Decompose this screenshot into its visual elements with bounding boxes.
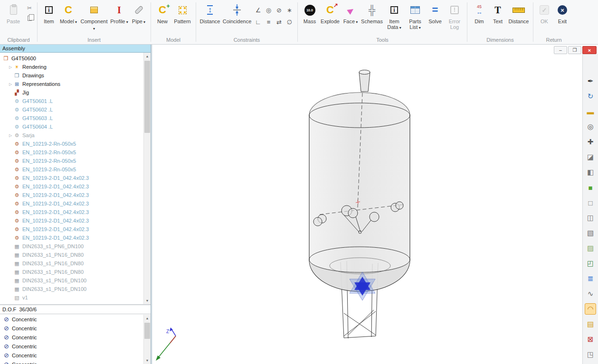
hidden-line-icon[interactable]: □ <box>585 197 596 208</box>
delete-icon[interactable]: ⊠ <box>585 334 596 345</box>
paste-button[interactable]: Paste <box>2 1 24 24</box>
tree-item[interactable]: ❐ Drawings <box>0 71 143 80</box>
tree-item[interactable]: ▦ DIN2633_s1_PN16_DN80 <box>0 251 143 259</box>
tree-item[interactable]: ⚙ G4T50604 .L <box>0 122 143 131</box>
tree-item[interactable]: ▦ DIN2633_s1_PN16_DN100 <box>0 276 143 285</box>
iso-view-icon[interactable]: ▧ <box>585 227 596 239</box>
layers-icon[interactable]: ≣ <box>585 273 596 284</box>
zoom-extents-icon[interactable]: ◰ <box>585 258 596 269</box>
scroll-down-icon[interactable]: ▼ <box>144 357 151 364</box>
constraint-row[interactable]: ⊘ Concentric <box>0 333 143 342</box>
exit-button[interactable]: × Exit <box>553 1 572 24</box>
tree-item[interactable]: ⚙ EN_10219-2-Rn-050x5 <box>0 165 143 174</box>
tree-item[interactable]: ⚙ EN_10219-2-Rn-050x5 <box>0 148 143 157</box>
move-icon[interactable]: ✚ <box>585 136 596 148</box>
tree-item[interactable]: ▷ ☀ Rendering <box>0 63 143 71</box>
tree-item[interactable]: ⚙ EN_10219-2-D1_042.4x02.3 <box>0 199 143 208</box>
symmetry-constraint-icon[interactable]: ⇄ <box>275 17 284 27</box>
scroll-up-icon[interactable]: ▲ <box>144 53 151 60</box>
export-icon[interactable]: ◳ <box>585 349 596 360</box>
scroll-up-icon[interactable]: ▲ <box>144 315 151 322</box>
tree-item[interactable]: ❒ G4T50600 <box>0 54 143 63</box>
item-data-button[interactable]: i Item Data <box>384 1 405 31</box>
tree-item[interactable]: ⚙ EN_10219-2-Rn-050x5 <box>0 157 143 165</box>
3d-scene[interactable]: Z <box>152 45 598 364</box>
constraint-row[interactable]: ⊘ Concentric <box>0 351 143 360</box>
coincidence-button[interactable]: Coincidence <box>221 1 253 24</box>
tree-item[interactable]: ▧ v1 <box>0 293 143 302</box>
tree-item[interactable]: ⚙ G4T50603 .L <box>0 114 143 122</box>
tree-item[interactable]: ⚙ EN_10219-2-D1_042.4x02.3 <box>0 191 143 199</box>
explode-button[interactable]: C Explode <box>319 1 341 24</box>
fix-constraint-icon[interactable]: ∗ <box>285 5 294 15</box>
item-button[interactable]: i Item <box>40 1 58 24</box>
ok-button[interactable]: ✓ OK <box>536 1 553 24</box>
concentric-constraint-icon[interactable]: ◎ <box>264 5 273 15</box>
fillet-icon[interactable]: ◠ <box>585 303 596 315</box>
cut-button[interactable]: ✂ <box>25 4 34 12</box>
tree-item[interactable]: ⚙ EN_10219-2-D1_042.4x02.3 <box>0 208 143 216</box>
tree-item[interactable]: ▷ ⊞ Representations <box>0 80 143 88</box>
spline-icon[interactable]: ∿ <box>585 288 596 299</box>
tree-item[interactable]: ▦ DIN2633_s1_PN16_DN80 <box>0 268 143 276</box>
tree-item[interactable]: ▷ ⚙ Sarja <box>0 131 143 140</box>
new-button[interactable]: C New <box>153 1 171 24</box>
constraint-row[interactable]: ⊘ Concentric <box>0 342 143 351</box>
expand-arrow-icon[interactable]: ▷ <box>8 82 13 86</box>
tree-item[interactable]: ⚙ EN_10219-2-D1_042.4x02.3 <box>0 216 143 225</box>
scroll-thumb[interactable] <box>144 61 150 133</box>
wireframe-icon[interactable]: ◫ <box>585 212 596 224</box>
tree-scrollbar[interactable]: ▲ ▼ <box>143 53 151 304</box>
tree-item[interactable]: ⚙ EN_10219-2-D1_042.4x02.3 <box>0 174 143 182</box>
copy-button[interactable] <box>25 14 34 22</box>
dof-scrollbar[interactable]: ▲ ▼ <box>143 315 151 364</box>
angle-constraint-icon[interactable]: ∠ <box>254 5 263 15</box>
model-button[interactable]: C Model <box>58 1 79 25</box>
dim-button[interactable]: 45 ↔ Dim <box>470 1 489 24</box>
tree-item[interactable]: ▦ DIN2633_s1_PN6_DN100 <box>0 242 143 251</box>
tangent-constraint-icon[interactable]: ⊘ <box>275 5 284 15</box>
component-button[interactable]: Component <box>79 1 109 32</box>
solve-button[interactable]: = Solve <box>426 1 445 24</box>
constraint-row[interactable]: ⊘ Concentric <box>0 315 143 324</box>
tree-item[interactable]: ⚙ EN_10219-2-Rn-050x5 <box>0 140 143 148</box>
perpendicular-constraint-icon[interactable]: ∟ <box>254 17 263 27</box>
translucent-icon[interactable]: ▨ <box>585 243 596 254</box>
tree-item[interactable]: ▦ DIN2633_s1_PN16_DN80 <box>0 259 143 268</box>
scroll-thumb[interactable] <box>144 323 150 339</box>
parallel-constraint-icon[interactable]: ≡ <box>264 17 273 27</box>
face-button[interactable]: ▶ Face <box>341 1 360 25</box>
constraint-row[interactable]: ⊘ Concentric <box>0 324 143 333</box>
text-button[interactable]: T Text <box>489 1 507 24</box>
error-log-button[interactable]: ! Error Log <box>445 1 465 30</box>
tree-item[interactable]: ▞ Jig <box>0 88 143 97</box>
orbit-icon[interactable]: ↻ <box>585 91 596 102</box>
pattern-button[interactable]: Pattern <box>171 1 193 24</box>
coaxial-constraint-icon[interactable]: ∅ <box>285 17 294 27</box>
constraint-row[interactable]: ⊘ Concentric <box>0 360 143 364</box>
restore-button[interactable]: ❐ <box>568 46 581 54</box>
tree-item[interactable]: ⚙ EN_10219-2-D1_042.4x02.3 <box>0 233 143 242</box>
shaded-view-icon[interactable]: ■ <box>585 182 596 193</box>
tree-item[interactable]: ▦ DIN2633_s1_PN16_DN100 <box>0 285 143 293</box>
tree-item[interactable]: ⚙ G4T50601 .L <box>0 97 143 105</box>
tree-item[interactable]: ⚙ G4T50602 .L <box>0 105 143 114</box>
expand-arrow-icon[interactable]: ▷ <box>8 65 13 69</box>
3d-viewport[interactable]: Z – ❐ × ✒↻▬◎✚◪◧■□◫▧▨◰≣∿◠▤⊠◳ <box>152 45 598 364</box>
pipe-button[interactable]: Pipe <box>129 1 148 25</box>
center-icon[interactable]: ◎ <box>585 121 596 132</box>
section-icon[interactable]: ◧ <box>585 167 596 178</box>
measure-icon[interactable]: ▬ <box>585 106 596 117</box>
erase-icon[interactable]: ◪ <box>585 151 596 163</box>
profile-button[interactable]: I Profile <box>109 1 129 25</box>
schemas-button[interactable]: ╬ Schemas <box>360 1 384 24</box>
tree-item[interactable]: ⚙ EN_10219-2-D1_042.4x02.3 <box>0 182 143 191</box>
distance-constraint-button[interactable]: ↕ Distance <box>199 1 221 24</box>
tree-item[interactable]: ⚙ EN_10219-2-D1_042.4x02.3 <box>0 225 143 233</box>
minimize-button[interactable]: – <box>554 46 567 54</box>
pin-icon[interactable]: ✒ <box>585 75 596 87</box>
distance-dim-button[interactable]: Distance <box>507 1 531 24</box>
parts-list-button[interactable]: Parts List <box>405 1 426 31</box>
scroll-down-icon[interactable]: ▼ <box>144 297 151 304</box>
catalog-icon[interactable]: ▤ <box>585 318 596 330</box>
